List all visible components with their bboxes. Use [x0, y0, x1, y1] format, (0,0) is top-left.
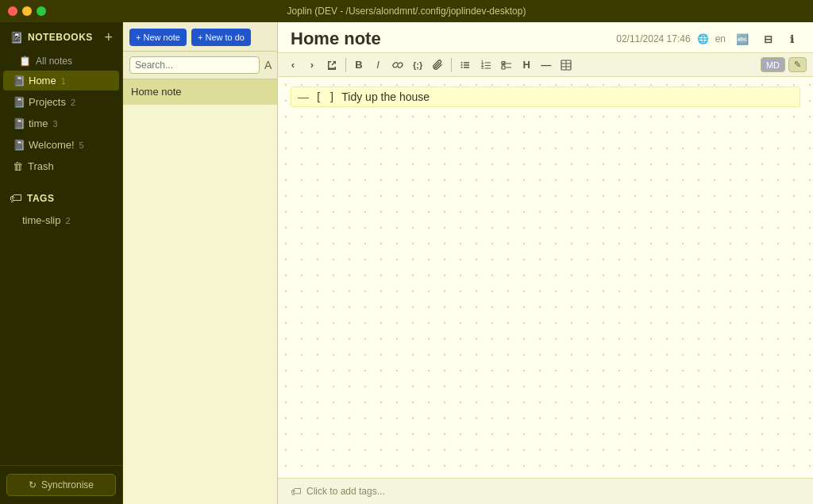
all-notes-icon: 📋	[19, 56, 31, 67]
todo-item-row: — [ ] Tidy up the house	[291, 87, 800, 107]
notebook-name: Welcome!	[29, 139, 75, 151]
search-bar: A ↕	[123, 52, 277, 79]
new-todo-button[interactable]: + New to do	[191, 29, 251, 46]
sidebar: 📓 NOTEBOOKS + 📋 All notes 📓 Home 1 📓 Pro…	[0, 22, 123, 504]
check-list-icon	[501, 60, 512, 71]
heading-button[interactable]: H	[518, 56, 535, 73]
todo-bracket: [ ]	[315, 90, 335, 103]
new-note-label: + New note	[136, 33, 180, 42]
notebooks-label: NOTEBOOKS	[28, 32, 99, 43]
checkbox-list-button[interactable]	[497, 57, 516, 73]
notebook-icon: 📓	[13, 117, 25, 129]
sidebar-item-welcome[interactable]: 📓 Welcome! 5	[3, 135, 119, 155]
titlebar: Joplin (DEV - /Users/alondmnt/.config/jo…	[0, 0, 813, 22]
bold-button[interactable]: B	[350, 56, 368, 73]
notebook-count: 1	[61, 76, 66, 86]
notebooks-header: 📓 NOTEBOOKS +	[0, 22, 122, 52]
toolbar-separator	[451, 58, 452, 72]
editor-meta: 02/11/2024 17:46 🌐 en 🔤 ⊟ ℹ	[616, 31, 800, 48]
note-list-panel: + New note + New to do A ↕ Home note	[123, 22, 278, 504]
split-view-button[interactable]: ✎	[788, 57, 807, 72]
toolbar-separator	[345, 58, 346, 72]
note-title-display: Home note	[291, 29, 381, 49]
view-toggle-group: MD ✎	[761, 57, 807, 72]
notebook-name: time	[29, 117, 48, 129]
tag-icon: 🏷	[291, 485, 302, 498]
new-note-button[interactable]: + New note	[129, 29, 187, 46]
svg-point-2	[461, 67, 463, 68]
forward-button[interactable]: ›	[303, 56, 321, 73]
sort-alpha-button[interactable]: A	[263, 57, 273, 73]
add-notebook-button[interactable]: +	[104, 30, 113, 44]
notebook-icon: 📓	[13, 75, 25, 87]
external-edit-button[interactable]	[322, 57, 341, 73]
editor-footer: 🏷 Click to add tags...	[278, 478, 813, 504]
maximize-button[interactable]	[37, 6, 46, 16]
editor-header: Home note 02/11/2024 17:46 🌐 en 🔤 ⊟ ℹ	[278, 22, 813, 52]
all-notes-label: All notes	[36, 56, 72, 67]
add-tags-label[interactable]: Click to add tags...	[306, 486, 385, 497]
language-display: en	[715, 33, 726, 44]
notebook-name: Projects	[29, 96, 66, 108]
note-item[interactable]: Home note	[123, 79, 277, 105]
sync-icon: ↻	[29, 479, 37, 491]
tags-label: TAGS	[27, 193, 54, 204]
notebook-icon: 📓	[13, 139, 25, 151]
note-list-toolbar: + New note + New to do	[123, 22, 277, 52]
unordered-list-button[interactable]	[456, 57, 475, 73]
notebook-name: Home	[29, 75, 56, 87]
tags-section: 🏷 TAGS time-slip 2	[0, 187, 122, 230]
sidebar-item-projects[interactable]: 📓 Projects 2	[3, 92, 119, 112]
tag-item-timeslip[interactable]: time-slip 2	[3, 211, 119, 229]
trash-icon: 🗑	[13, 160, 23, 172]
external-link-icon	[326, 60, 337, 71]
editor-toolbar: ‹ › B I {;} 1.2.3.	[278, 52, 813, 77]
link-button[interactable]	[388, 57, 407, 73]
app-title: Joplin (DEV - /Users/alondmnt/.config/jo…	[287, 6, 526, 17]
svg-point-1	[461, 64, 463, 66]
new-todo-label: + New to do	[198, 33, 245, 42]
trash-item[interactable]: 🗑 Trash	[3, 156, 119, 176]
ordered-list-button[interactable]: 1.2.3.	[476, 57, 495, 73]
tags-icon: 🏷	[10, 191, 22, 206]
sync-button[interactable]: ↻ Synchronise	[6, 474, 116, 496]
svg-text:3.: 3.	[481, 65, 485, 70]
trash-label: Trash	[28, 160, 54, 172]
tag-count: 2	[65, 216, 70, 225]
notebook-count: 5	[79, 140, 84, 150]
sidebar-item-time[interactable]: 📓 time 3	[3, 113, 119, 133]
markdown-view-button[interactable]: MD	[761, 57, 785, 72]
layout-button[interactable]: ⊟	[759, 31, 776, 48]
sidebar-item-home[interactable]: 📓 Home 1	[3, 71, 119, 90]
main-layout: 📓 NOTEBOOKS + 📋 All notes 📓 Home 1 📓 Pro…	[0, 22, 813, 504]
search-input[interactable]	[129, 56, 260, 74]
close-button[interactable]	[8, 6, 17, 16]
tags-header: 🏷 TAGS	[0, 187, 122, 210]
svg-rect-7	[502, 66, 505, 69]
minimize-button[interactable]	[22, 6, 32, 16]
back-button[interactable]: ‹	[284, 56, 302, 73]
notebook-count: 3	[53, 119, 58, 129]
all-notes-item[interactable]: 📋 All notes	[0, 52, 122, 70]
notebook-icon: 📓	[13, 96, 25, 108]
info-button[interactable]: ℹ	[783, 31, 800, 48]
spell-check-button[interactable]: 🔤	[732, 31, 753, 48]
hr-button[interactable]: —	[537, 56, 555, 73]
window-controls	[8, 6, 46, 16]
editor-content[interactable]: — [ ] Tidy up the house	[278, 77, 813, 478]
note-title: Home note	[131, 86, 182, 98]
notebook-count: 2	[71, 98, 75, 107]
todo-dash: —	[298, 90, 309, 103]
attach-icon	[432, 60, 443, 71]
attach-button[interactable]	[428, 57, 447, 73]
todo-text: Tidy up the house	[341, 90, 430, 103]
notebooks-icon: 📓	[10, 31, 23, 44]
link-icon	[392, 60, 403, 71]
code-button[interactable]: {;}	[409, 58, 426, 72]
ul-icon	[460, 60, 471, 71]
date-time-display: 02/11/2024 17:46	[616, 33, 690, 44]
italic-button[interactable]: I	[369, 56, 387, 73]
svg-point-0	[461, 62, 463, 63]
table-button[interactable]	[557, 57, 576, 73]
editor-panel: Home note 02/11/2024 17:46 🌐 en 🔤 ⊟ ℹ ‹ …	[278, 22, 813, 504]
